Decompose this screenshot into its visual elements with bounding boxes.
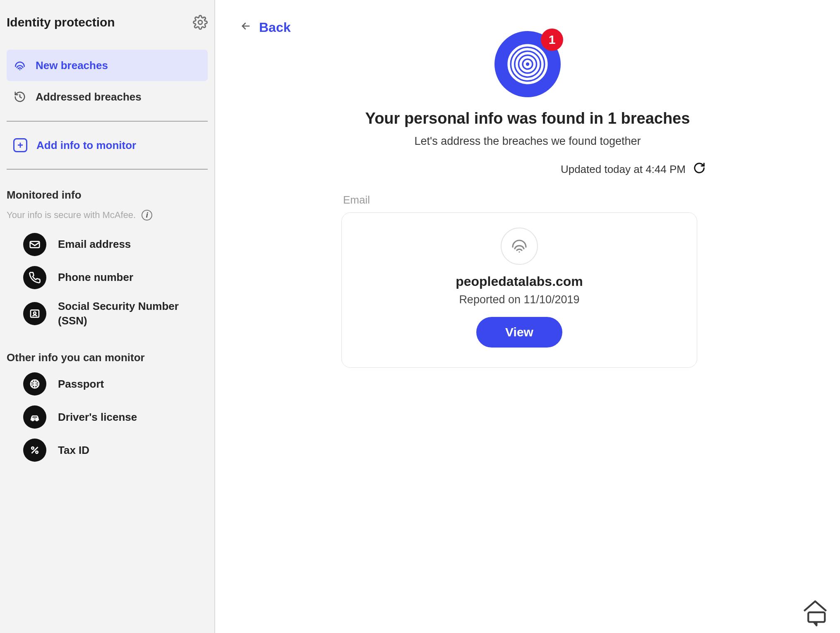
percent-icon <box>23 439 46 462</box>
sidebar: Identity protection New breaches Address… <box>0 0 215 633</box>
history-icon <box>13 90 26 103</box>
divider <box>7 169 208 170</box>
other-item-passport[interactable]: Passport <box>23 372 208 396</box>
settings-gear-icon[interactable] <box>193 15 208 30</box>
back-button[interactable]: Back <box>240 20 291 35</box>
monitored-item-phone[interactable]: Phone number <box>23 266 208 289</box>
sidebar-item-addressed-breaches[interactable]: Addressed breaches <box>7 81 208 113</box>
secure-note: Your info is secure with McAfee. i <box>7 206 208 229</box>
breach-card: peopledatalabs.com Reported on 11/10/201… <box>341 212 697 368</box>
svg-point-9 <box>525 61 530 67</box>
monitored-item-label: Phone number <box>58 270 133 285</box>
svg-rect-1 <box>30 242 40 248</box>
car-icon <box>23 405 46 429</box>
svg-point-10 <box>521 57 535 71</box>
monitored-info-title: Monitored info <box>7 178 208 206</box>
hero-subheading: Let's address the breaches we found toge… <box>341 135 714 148</box>
svg-point-7 <box>31 447 34 449</box>
view-button[interactable]: View <box>476 317 562 348</box>
svg-rect-2 <box>31 310 39 317</box>
other-item-label: Passport <box>58 377 104 391</box>
back-label: Back <box>259 20 291 35</box>
add-info-label: Add info to monitor <box>36 139 136 152</box>
breach-reported: Reported on 11/10/2019 <box>358 293 680 306</box>
hero-badge: 1 <box>494 31 561 97</box>
divider <box>7 121 208 122</box>
plus-icon: + <box>13 138 27 152</box>
other-item-drivers-license[interactable]: Driver's license <box>23 405 208 429</box>
fingerprint-small-icon <box>501 228 538 265</box>
main-content: Back 1 Your personal info was found in 1… <box>215 0 840 633</box>
sidebar-title: Identity protection <box>7 15 115 29</box>
email-icon <box>23 233 46 256</box>
phone-icon <box>23 266 46 289</box>
updated-text: Updated today at 4:44 PM <box>561 163 686 176</box>
other-item-label: Tax ID <box>58 443 89 458</box>
monitored-item-label: Social Security Number (SSN) <box>58 299 190 328</box>
info-icon[interactable]: i <box>142 210 152 221</box>
sidebar-item-label: Addressed breaches <box>36 91 142 103</box>
home-chat-icon[interactable] <box>799 596 832 629</box>
svg-point-13 <box>509 45 546 83</box>
fingerprint-icon <box>13 59 26 72</box>
section-label-email: Email <box>343 194 714 206</box>
other-info-title: Other info you can monitor <box>7 340 208 368</box>
breach-count-badge: 1 <box>541 29 563 51</box>
passport-icon <box>23 372 46 396</box>
secure-note-text: Your info is secure with McAfee. <box>7 210 136 221</box>
svg-point-8 <box>36 451 38 453</box>
monitored-item-label: Email address <box>58 237 131 252</box>
add-info-button[interactable]: + Add info to monitor <box>7 130 208 161</box>
id-icon <box>23 302 46 325</box>
sidebar-item-new-breaches[interactable]: New breaches <box>7 50 208 81</box>
other-item-label: Driver's license <box>58 410 137 424</box>
breach-origin: peopledatalabs.com <box>358 274 680 289</box>
svg-point-3 <box>34 312 36 314</box>
refresh-icon[interactable] <box>693 162 706 177</box>
svg-rect-14 <box>808 612 825 622</box>
svg-point-0 <box>198 20 202 24</box>
monitored-item-email[interactable]: Email address <box>23 233 208 256</box>
hero-heading: Your personal info was found in 1 breach… <box>341 110 714 127</box>
sidebar-item-label: New breaches <box>36 59 108 72</box>
monitored-item-ssn[interactable]: Social Security Number (SSN) <box>23 299 208 328</box>
arrow-left-icon <box>240 20 252 35</box>
other-item-tax-id[interactable]: Tax ID <box>23 439 208 462</box>
